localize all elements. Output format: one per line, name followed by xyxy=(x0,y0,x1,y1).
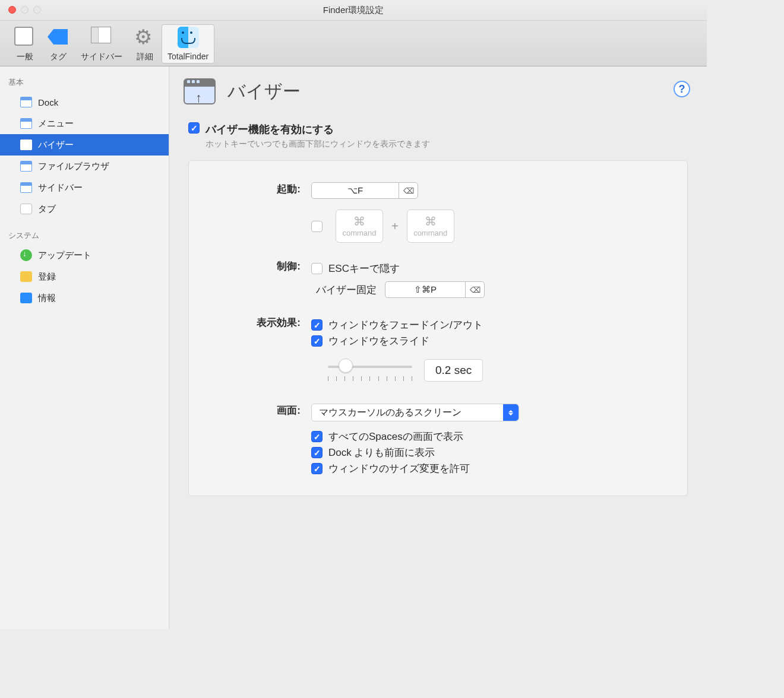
screen-label: 画面: xyxy=(207,404,311,478)
window-controls xyxy=(8,6,41,14)
finder-icon xyxy=(178,27,199,48)
sidebar-item-label: ファイルブラウザ xyxy=(38,161,109,172)
sidebar-item-label: Dock xyxy=(38,97,58,107)
window-icon xyxy=(20,182,32,193)
toolbar-tags[interactable]: タグ xyxy=(42,24,75,64)
sidebar-item-label: 登録 xyxy=(38,271,56,283)
sidebar-item-info[interactable]: 情報 xyxy=(0,287,169,309)
effects-label: 表示効果: xyxy=(207,316,311,383)
toolbar: 一般 タグ サイドバー ⚙︎ 詳細 TotalFinder xyxy=(0,21,707,66)
sidebar-item-file-browser[interactable]: ファイルブラウザ xyxy=(0,156,169,177)
toolbar-label: サイドバー xyxy=(81,52,122,62)
sidebar-item-label: アップデート xyxy=(38,250,91,261)
command-caption: command xyxy=(413,229,447,237)
sidebar-item-menu[interactable]: メニュー xyxy=(0,113,169,134)
settings-panel: 起動: ⌥F ⌫ ⌘ command + xyxy=(188,160,688,496)
enable-visor-label: バイザー機能を有効にする xyxy=(206,122,430,137)
close-icon[interactable] xyxy=(8,6,16,14)
allow-resize-checkbox[interactable] xyxy=(311,463,323,474)
minimize-icon[interactable] xyxy=(21,6,29,14)
all-spaces-label: すべてのSpacesの画面で表示 xyxy=(328,430,463,443)
command-key-right[interactable]: ⌘ command xyxy=(407,210,454,243)
plus-icon: + xyxy=(391,220,399,233)
command-caption: command xyxy=(342,229,376,237)
fade-checkbox[interactable] xyxy=(311,319,323,331)
key-icon xyxy=(20,271,32,282)
allow-resize-label: ウィンドウのサイズ変更を許可 xyxy=(328,462,470,475)
fade-label: ウィンドウをフェードイン/アウト xyxy=(328,318,483,332)
window-title: Finder環境設定 xyxy=(323,5,384,16)
sidebar-icon xyxy=(91,27,111,43)
toolbar-general[interactable]: 一般 xyxy=(8,24,42,64)
toolbar-label: 一般 xyxy=(17,52,33,62)
double-tap-checkbox[interactable] xyxy=(311,221,323,232)
sidebar-item-sidebar[interactable]: サイドバー xyxy=(0,177,169,198)
toolbar-label: タグ xyxy=(50,52,67,62)
control-label: 制御: xyxy=(207,259,311,298)
activation-hotkey-value: ⌥F xyxy=(312,185,399,196)
sidebar-group-system: システム xyxy=(0,226,169,245)
duration-readout: 0.2 sec xyxy=(424,359,483,382)
esc-hide-checkbox[interactable] xyxy=(311,263,323,274)
sidebar-item-label: 情報 xyxy=(38,293,56,304)
sidebar-item-register[interactable]: 登録 xyxy=(0,266,169,287)
pin-label: バイザー固定 xyxy=(311,283,377,297)
above-dock-checkbox[interactable] xyxy=(311,447,323,458)
help-button[interactable]: ? xyxy=(674,81,690,97)
window-icon xyxy=(20,161,32,172)
window-icon xyxy=(20,118,32,129)
command-icon: ⌘ xyxy=(425,215,437,227)
gear-icon: ⚙︎ xyxy=(134,27,156,47)
window-icon xyxy=(20,97,32,107)
sidebar: 基本 Dock メニュー バイザー ファイルブラウザ サイドバー タブ システム… xyxy=(0,66,169,629)
finder-icon xyxy=(20,293,32,303)
clear-icon[interactable]: ⌫ xyxy=(465,281,484,298)
duration-slider[interactable] xyxy=(325,357,415,383)
activation-label: 起動: xyxy=(207,182,311,243)
sidebar-item-visor[interactable]: バイザー xyxy=(0,134,169,156)
pin-hotkey-value: ⇧⌘P xyxy=(385,284,465,295)
sidebar-item-label: バイザー xyxy=(38,139,74,151)
sidebar-item-label: タブ xyxy=(38,204,56,215)
toolbar-sidebar[interactable]: サイドバー xyxy=(75,24,128,64)
sidebar-group-basic: 基本 xyxy=(0,72,169,91)
pin-hotkey-field[interactable]: ⇧⌘P ⌫ xyxy=(385,281,485,298)
esc-hide-label: ESCキーで隠す xyxy=(328,262,400,275)
sidebar-item-dock[interactable]: Dock xyxy=(0,91,169,113)
tag-icon xyxy=(48,29,68,45)
command-key-left[interactable]: ⌘ command xyxy=(336,210,383,243)
toolbar-label: 詳細 xyxy=(137,52,153,62)
chevron-updown-icon xyxy=(503,404,519,421)
download-icon xyxy=(20,249,32,261)
activation-hotkey-field[interactable]: ⌥F ⌫ xyxy=(311,182,418,199)
zoom-icon[interactable] xyxy=(33,6,41,14)
sidebar-item-tabs[interactable]: タブ xyxy=(0,198,169,220)
enable-visor-desc: ホットキーでいつでも画面下部にウィンドウを表示できます xyxy=(206,139,430,150)
sidebar-item-label: サイドバー xyxy=(38,182,83,193)
titlebar: Finder環境設定 xyxy=(0,0,707,21)
page-title: バイザー xyxy=(227,80,301,104)
window-icon xyxy=(20,139,32,150)
screen-select[interactable]: マウスカーソルのあるスクリーン xyxy=(311,404,519,421)
screen-select-value: マウスカーソルのあるスクリーン xyxy=(319,407,461,419)
slider-knob-icon[interactable] xyxy=(339,358,353,373)
toolbar-label: TotalFinder xyxy=(167,52,208,61)
folder-icon xyxy=(20,204,32,214)
slide-label: ウィンドウをスライド xyxy=(328,334,429,348)
sidebar-item-label: メニュー xyxy=(38,118,74,129)
command-icon: ⌘ xyxy=(353,215,365,227)
toolbar-advanced[interactable]: ⚙︎ 詳細 xyxy=(128,24,162,64)
clear-icon[interactable]: ⌫ xyxy=(399,182,418,199)
slide-checkbox[interactable] xyxy=(311,335,323,347)
sidebar-item-update[interactable]: アップデート xyxy=(0,245,169,266)
toolbar-totalfinder[interactable]: TotalFinder xyxy=(162,24,214,64)
content: バイザー ? バイザー機能を有効にする ホットキーでいつでも画面下部にウィンドウ… xyxy=(169,66,707,629)
general-icon xyxy=(14,27,33,46)
visor-icon xyxy=(184,78,216,104)
all-spaces-checkbox[interactable] xyxy=(311,431,323,442)
above-dock-label: Dock よりも前面に表示 xyxy=(328,446,435,459)
enable-visor-checkbox[interactable] xyxy=(188,122,200,134)
